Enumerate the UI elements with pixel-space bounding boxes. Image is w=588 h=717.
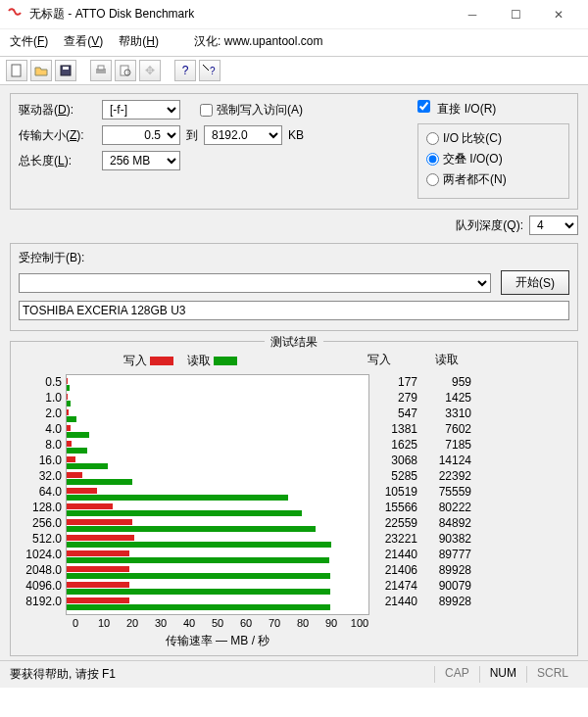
force-write-checkbox[interactable] [200, 104, 213, 117]
device-text-input[interactable] [19, 301, 569, 320]
localization-credit: 汉化: www.upantool.com [194, 33, 322, 50]
controlled-by-group: 受控制于(B): 开始(S) [10, 243, 578, 331]
io-compare-label: I/O 比较(C) [443, 130, 502, 147]
app-icon [8, 7, 24, 23]
xfer-size-label: 传输大小(Z): [19, 127, 102, 144]
start-button[interactable]: 开始(S) [501, 270, 569, 295]
bar-chart [66, 374, 369, 615]
controlled-by-select[interactable] [19, 273, 491, 293]
menu-file[interactable]: 文件(F) [10, 33, 48, 50]
results-group: 测试结果 写入 读取 写入 读取 0.51.02.04.08.016.032.0… [10, 341, 578, 656]
drive-label: 驱动器(D): [19, 102, 102, 119]
preview-icon[interactable] [115, 60, 136, 81]
save-icon[interactable] [55, 60, 76, 81]
print-icon[interactable] [90, 60, 112, 81]
legend-write: 写入 [123, 353, 173, 369]
new-icon[interactable] [6, 60, 27, 81]
move-icon[interactable]: ✥ [139, 60, 161, 81]
svg-rect-0 [12, 65, 21, 76]
title-bar: 无标题 - ATTO Disk Benchmark ─ ☐ ✕ [0, 0, 588, 29]
io-compare-radio[interactable] [426, 132, 439, 145]
menu-bar: 文件(F) 查看(V) 帮助(H) 汉化: www.upantool.com [0, 29, 588, 56]
context-help-icon[interactable]: ? [199, 60, 220, 81]
svg-text:?: ? [210, 66, 216, 76]
to-label: 到 [180, 127, 204, 144]
overlap-radio[interactable] [426, 153, 439, 166]
read-data-column: 9591425331076027185141242239275559802228… [423, 374, 477, 615]
open-icon[interactable] [30, 60, 52, 81]
overlap-label: 交叠 I/O(O) [443, 151, 503, 167]
svg-rect-4 [98, 66, 104, 70]
menu-view[interactable]: 查看(V) [64, 33, 103, 50]
cap-indicator: CAP [434, 666, 479, 683]
results-title: 测试结果 [265, 334, 323, 351]
direct-io-checkbox[interactable] [417, 100, 430, 113]
scrl-indicator: SCRL [526, 666, 578, 683]
num-indicator: NUM [479, 666, 526, 683]
y-axis: 0.51.02.04.08.016.032.064.0128.0256.0512… [19, 374, 66, 615]
neither-radio[interactable] [426, 173, 439, 186]
xfer-from-select[interactable]: 0.5 [102, 125, 180, 145]
write-col-header: 写入 [343, 352, 397, 368]
length-label: 总长度(L): [19, 153, 102, 169]
xfer-to-select[interactable]: 8192.0 [204, 125, 282, 145]
menu-help[interactable]: 帮助(H) [119, 33, 159, 50]
read-col-header: 读取 [411, 352, 465, 368]
status-bar: 要获得帮助, 请按 F1 CAP NUM SCRL [0, 660, 588, 688]
help-icon[interactable]: ? [174, 60, 196, 81]
legend-read: 读取 [187, 353, 237, 369]
svg-rect-2 [63, 67, 69, 70]
parameters-group: 驱动器(D): [-f-] 强制写入访问(A) 传输大小(Z): 0.5 到 8… [10, 93, 578, 210]
queue-depth-label: 队列深度(Q): [456, 217, 523, 234]
drive-select[interactable]: [-f-] [102, 100, 180, 120]
length-select[interactable]: 256 MB [102, 151, 180, 170]
close-button[interactable]: ✕ [537, 1, 580, 28]
kb-unit: KB [282, 128, 304, 142]
x-axis-label: 传输速率 — MB / 秒 [66, 633, 369, 649]
neither-label: 两者都不(N) [443, 171, 507, 188]
legend: 写入 读取 写入 读取 [19, 352, 569, 370]
x-axis: 0102030405060708090100 [66, 615, 369, 631]
minimize-button[interactable]: ─ [451, 1, 494, 28]
controlled-by-label: 受控制于(B): [19, 250, 569, 266]
toolbar: ✥ ? ? [0, 56, 588, 85]
force-write-label: 强制写入访问(A) [217, 102, 303, 119]
write-data-column: 1772795471381162530685285105191556622559… [369, 374, 423, 615]
maximize-button[interactable]: ☐ [494, 1, 537, 28]
io-mode-group: I/O 比较(C) 交叠 I/O(O) 两者都不(N) [417, 123, 569, 199]
status-text: 要获得帮助, 请按 F1 [10, 666, 434, 683]
window-title: 无标题 - ATTO Disk Benchmark [29, 6, 451, 23]
direct-io-label: 直接 I/O(R) [437, 102, 496, 116]
queue-depth-select[interactable]: 4 [529, 215, 578, 235]
